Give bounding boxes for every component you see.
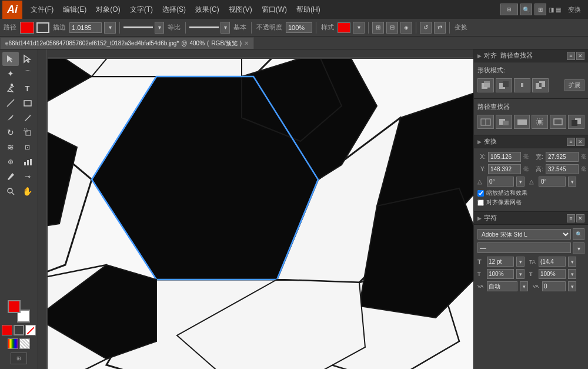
unite-btn[interactable]: [477, 78, 494, 92]
arrange2-icon[interactable]: ⊟: [386, 22, 398, 34]
scale-v-dropdown[interactable]: ▾: [568, 269, 576, 279]
color-gradient-box[interactable]: [8, 338, 18, 349]
style-swatch[interactable]: [338, 22, 350, 33]
stroke-style2-dropdown[interactable]: ▾: [220, 22, 230, 34]
character-close-btn[interactable]: ✕: [576, 214, 584, 222]
transform-header[interactable]: ▶ 变换 ≡ ✕: [474, 135, 588, 148]
fg-bg-colors[interactable]: [8, 300, 30, 323]
scale-v-input[interactable]: [539, 269, 566, 279]
menu-edit[interactable]: 编辑(E): [58, 2, 91, 17]
canvas-area[interactable]: // Ruler marks will be added via SVG: [38, 49, 473, 369]
scale-stroke-checkbox[interactable]: [477, 190, 484, 197]
intersect-btn[interactable]: [514, 78, 530, 92]
outline-btn[interactable]: [550, 115, 566, 129]
grid-icon[interactable]: ⊞: [534, 4, 546, 15]
warp-tool[interactable]: ≋: [2, 140, 19, 154]
panel-close-btn[interactable]: ✕: [576, 52, 584, 60]
swap-icon[interactable]: ⇄: [434, 22, 446, 34]
leading-dropdown[interactable]: ▾: [568, 257, 576, 267]
y-input[interactable]: [488, 164, 521, 174]
graph-tool[interactable]: [19, 155, 36, 169]
foreground-color-box[interactable]: [8, 300, 21, 313]
menu-text[interactable]: 文字(T): [125, 2, 158, 17]
x-input[interactable]: [488, 152, 521, 162]
merge-btn[interactable]: [514, 115, 530, 129]
shape-builder-tool[interactable]: ⊕: [2, 155, 19, 169]
align-pixel-checkbox[interactable]: [477, 200, 484, 206]
shear-dropdown[interactable]: ▾: [568, 177, 576, 187]
fill-mode-box[interactable]: [2, 325, 12, 335]
expand-btn[interactable]: 扩展: [564, 79, 584, 91]
shear-input[interactable]: [539, 177, 566, 187]
character-header[interactable]: ▶ 字符 ≡ ✕: [474, 212, 588, 225]
text-tool[interactable]: T: [19, 81, 36, 95]
eyedropper-tool[interactable]: [2, 169, 19, 184]
free-transform-tool[interactable]: ⊡: [19, 140, 36, 154]
size-dropdown[interactable]: ▾: [516, 257, 524, 267]
lasso-tool[interactable]: ⌒: [19, 67, 36, 81]
minus-back-btn[interactable]: [568, 115, 584, 129]
menu-view[interactable]: 视图(V): [224, 2, 257, 17]
pen-tool[interactable]: [2, 81, 19, 95]
kern-input[interactable]: [542, 281, 566, 291]
h-input[interactable]: [546, 164, 579, 174]
transform-menu-btn[interactable]: ≡: [567, 138, 575, 146]
exclude-btn[interactable]: [532, 78, 549, 92]
menu-help[interactable]: 帮助(H): [292, 2, 325, 17]
w-input[interactable]: [546, 152, 579, 162]
menu-transform-label[interactable]: 变换: [563, 3, 586, 16]
transform-close-btn[interactable]: ✕: [576, 138, 584, 146]
stroke-swatch[interactable]: [20, 22, 34, 34]
tab-close-btn[interactable]: ✕: [244, 40, 249, 46]
menu-object[interactable]: 对象(O): [91, 2, 125, 17]
font-select[interactable]: Adobe 宋体 Std L: [477, 229, 571, 240]
crop-btn[interactable]: [532, 115, 548, 129]
minus-front-btn[interactable]: [496, 78, 512, 92]
magic-wand-tool[interactable]: ✦: [2, 67, 19, 81]
scale-h-input[interactable]: [487, 269, 514, 279]
trim-btn[interactable]: [496, 115, 512, 129]
line-tool[interactable]: [2, 96, 19, 110]
menu-file[interactable]: 文件(F): [26, 2, 58, 17]
arrange-icon[interactable]: ⊞: [500, 4, 518, 15]
opacity-input[interactable]: [286, 22, 312, 33]
select-tool[interactable]: [2, 52, 19, 66]
stroke-dropdown[interactable]: ▾: [104, 22, 116, 34]
layers-icon[interactable]: ⊞: [372, 22, 384, 34]
leading-input[interactable]: [539, 257, 566, 267]
angle-input[interactable]: [487, 177, 514, 187]
shape-tool[interactable]: [19, 96, 36, 110]
none-mode-box[interactable]: [25, 325, 36, 335]
kern-dropdown[interactable]: ▾: [568, 281, 576, 291]
tracking-dropdown[interactable]: ▾: [520, 281, 528, 291]
divide-btn[interactable]: [477, 115, 494, 129]
tracking-input[interactable]: [487, 281, 517, 291]
main-tab[interactable]: e66fd1441d12e0566470857602ef6152_t0182a3…: [0, 37, 254, 49]
scale-h-dropdown[interactable]: ▾: [516, 269, 524, 279]
stroke-style-dropdown[interactable]: ▾: [155, 22, 164, 34]
direct-select-tool[interactable]: [19, 52, 36, 66]
size-input[interactable]: [487, 257, 514, 267]
font-style-dropdown[interactable]: ▾: [573, 242, 584, 254]
paintbrush-tool[interactable]: [2, 111, 19, 125]
character-menu-btn[interactable]: ≡: [567, 214, 575, 222]
pathfinder-header[interactable]: ▶ 对齐 路径查找器 ≡ ✕: [474, 49, 588, 62]
stroke-value-input[interactable]: [69, 22, 102, 33]
font-style-input[interactable]: [477, 242, 571, 253]
stroke-mode-box[interactable]: [14, 325, 24, 335]
search-icon[interactable]: 🔍: [520, 4, 532, 15]
reset-icon[interactable]: ↺: [420, 22, 432, 34]
rotate-tool[interactable]: ↻: [2, 125, 19, 139]
panel-menu-btn[interactable]: ≡: [567, 52, 575, 60]
menu-window[interactable]: 窗口(W): [257, 2, 292, 17]
pencil-tool[interactable]: [19, 111, 36, 125]
screen-mode-btn[interactable]: ⊞: [11, 353, 27, 364]
style-dropdown[interactable]: ▾: [353, 22, 365, 34]
hand-tool[interactable]: ✋: [19, 184, 36, 198]
font-search-btn[interactable]: 🔍: [573, 228, 584, 240]
menu-select[interactable]: 选择(S): [158, 2, 191, 17]
canvas-content[interactable]: [48, 59, 473, 369]
pattern-box[interactable]: [19, 338, 30, 349]
menu-effect[interactable]: 效果(C): [191, 2, 224, 17]
angle-dropdown[interactable]: ▾: [516, 177, 524, 187]
